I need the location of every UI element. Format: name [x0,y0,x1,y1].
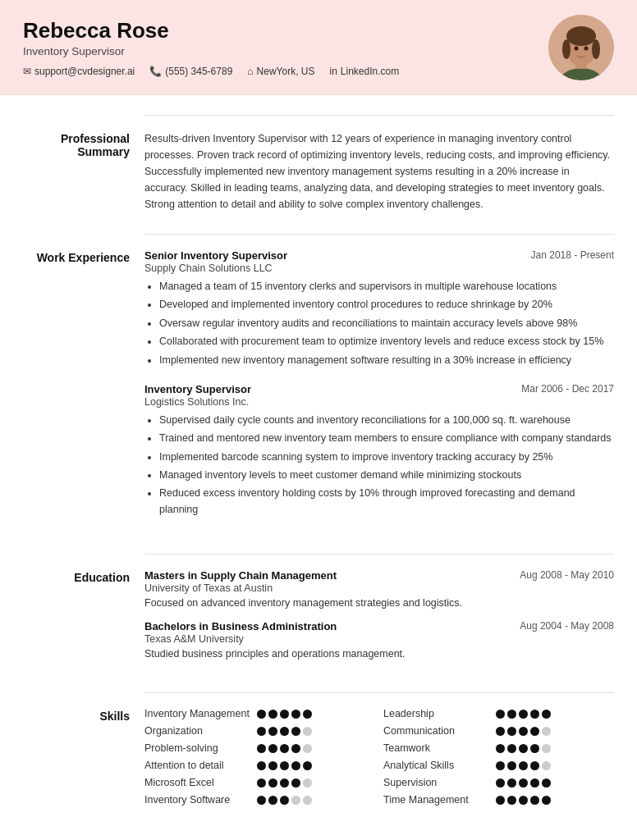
skill-row: Inventory Software [144,794,375,806]
dot-filled [507,710,516,719]
job-date: Jan 2018 - Present [531,249,614,261]
location-icon: ⌂ [247,66,253,77]
dot-filled [268,744,277,753]
education-section: Education Masters in Supply Chain Manage… [23,569,614,671]
dot-filled [542,796,551,805]
skills-divider [144,692,614,693]
skill-row: Communication [383,725,614,737]
dot-empty [303,796,312,805]
list-item: Reduced excess inventory holding costs b… [159,486,614,518]
summary-section: Professional Summary Results-driven Inve… [23,130,614,212]
dot-filled [542,778,551,788]
dot-filled [280,744,289,753]
dot-filled [268,796,277,805]
contact-location: ⌂ NewYork, US [247,66,314,77]
dot-filled [530,796,539,805]
job-company: Logistics Solutions Inc. [144,396,614,408]
skill-dots [496,796,551,805]
header-info: Rebecca Rose Inventory Supervisor ✉ supp… [23,18,399,77]
dot-filled [291,727,300,736]
dot-filled [496,727,505,736]
list-item: Implemented new inventory management sof… [159,353,614,368]
education-item: Masters in Supply Chain ManagementAug 20… [144,569,614,609]
skill-row: Analytical Skills [383,760,614,771]
dot-empty [303,744,312,753]
edu-school: Texas A&M University [144,633,614,645]
experience-section: Work Experience Senior Inventory Supervi… [23,249,614,532]
edu-school: University of Texas at Austin [144,582,614,594]
skill-dots [496,744,551,753]
dot-filled [519,778,528,788]
dot-filled [496,778,505,788]
job-bullets: Managed a team of 15 inventory clerks an… [144,279,614,368]
edu-degree: Masters in Supply Chain Management [144,569,337,582]
contact-phone: 📞 (555) 345-6789 [149,66,232,77]
skill-row: Supervision [383,777,614,788]
dot-filled [530,710,539,719]
dot-filled [280,778,289,788]
dot-filled [507,744,516,753]
summary-content: Results-driven Inventory Supervisor with… [144,130,614,212]
edu-description: Focused on advanced inventory management… [144,597,614,609]
dot-filled [268,710,277,719]
dot-filled [280,727,289,736]
dot-filled [303,710,312,719]
skills-section: Skills Inventory ManagementLeadershipOrg… [23,708,614,806]
dot-filled [257,761,266,770]
skills-grid: Inventory ManagementLeadershipOrganizati… [144,708,614,806]
skill-row: Organization [144,725,375,737]
dot-filled [507,727,516,736]
dot-filled [530,727,539,736]
education-divider [144,554,614,555]
skill-dots [496,778,551,788]
skills-label: Skills [23,708,130,806]
dot-filled [257,744,266,753]
education-content: Masters in Supply Chain ManagementAug 20… [144,569,614,671]
education-item: Bachelors in Business AdministrationAug … [144,620,614,660]
dot-empty [542,727,551,736]
skill-dots [496,710,551,719]
education-label: Education [23,569,130,671]
dot-filled [507,778,516,788]
job-item: Senior Inventory SupervisorJan 2018 - Pr… [144,249,614,368]
edu-description: Studied business principles and operatio… [144,648,614,660]
svg-point-6 [592,39,600,59]
skill-dots [496,727,551,736]
skill-name: Microsoft Excel [144,777,251,788]
list-item: Managed inventory levels to meet custome… [159,468,614,483]
dot-filled [519,727,528,736]
experience-divider [144,234,614,235]
skill-name: Inventory Software [144,794,251,806]
dot-filled [496,710,505,719]
skill-dots [257,744,312,753]
dot-filled [291,710,300,719]
dot-filled [303,761,312,770]
skill-name: Time Management [383,794,490,806]
dot-filled [519,761,528,770]
list-item: Oversaw regular inventory audits and rec… [159,316,614,331]
skill-row: Time Management [383,794,614,806]
avatar [548,15,614,80]
dot-filled [257,727,266,736]
svg-point-7 [575,47,579,51]
dot-filled [496,744,505,753]
skill-row: Problem-solving [144,742,375,754]
edu-degree: Bachelors in Business Administration [144,620,337,632]
skill-row: Leadership [383,708,614,719]
dot-filled [496,796,505,805]
summary-text: Results-driven Inventory Supervisor with… [144,130,614,212]
experience-content: Senior Inventory SupervisorJan 2018 - Pr… [144,249,614,532]
dot-filled [519,744,528,753]
dot-filled [257,796,266,805]
edu-header: Bachelors in Business AdministrationAug … [144,620,614,632]
dot-filled [496,761,505,770]
skill-dots [257,727,312,736]
job-company: Supply Chain Solutions LLC [144,262,614,274]
dot-filled [257,778,266,788]
list-item: Supervised daily cycle counts and invent… [159,413,614,428]
skill-name: Inventory Management [144,708,251,719]
resume-body: Professional Summary Results-driven Inve… [0,95,637,840]
dot-filled [291,761,300,770]
dot-filled [530,761,539,770]
skill-name: Analytical Skills [383,760,490,771]
